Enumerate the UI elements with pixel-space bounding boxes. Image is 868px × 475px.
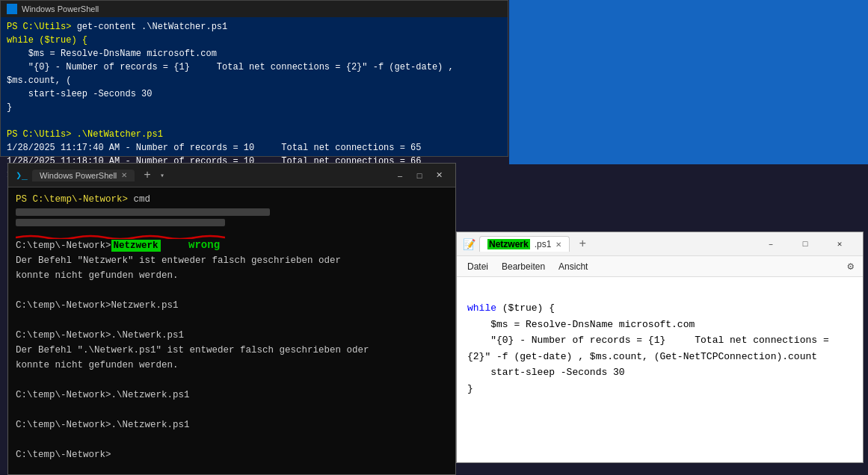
notepad-maximize-button[interactable]: □ [788, 232, 822, 256]
ps-tab-add[interactable]: + [139, 169, 156, 182]
ps2-netzwerk-line: C:\temp\-Network>Netzwerk wrong [16, 237, 448, 253]
notepad-tab-highlight: Netzwerk [487, 239, 530, 249]
ps2-error-4: konnte nicht gefunden werden. [16, 358, 448, 373]
powershell-window-2: ❯_ Windows PowerShell ✕ + ▾ – □ ✕ PS C:\… [7, 163, 456, 475]
notepad-win-controls: – □ ✕ [754, 232, 857, 256]
notepad-add-tab-button[interactable]: + [574, 238, 591, 251]
ps-tab-chevron[interactable]: ▾ [160, 171, 164, 180]
ps2-win-controls: – □ ✕ [391, 167, 448, 184]
ps2-netzwerk-ps1-1: C:\temp\-Network>.\Netzwerk.ps1 [16, 388, 448, 403]
ps2-blank-2 [16, 313, 448, 328]
notepad-minimize-button[interactable]: – [754, 232, 788, 256]
ps-icon-2: ❯_ [16, 170, 28, 181]
background-blue-area [509, 0, 868, 164]
ps1-line-7: PS C:\Utils> .\NetWatcher.ps1 [7, 128, 502, 141]
notepad-menu-ansicht[interactable]: Ansicht [552, 259, 594, 274]
ps1-line-1: PS C:\Utils> get-content .\NetWatcher.ps… [7, 20, 502, 34]
notepad-menubar: Datei Bearbeiten Ansicht ⚙ [457, 256, 863, 277]
np-line-5: start-sleep -Seconds 30 [467, 364, 852, 380]
ps2-minimize-button[interactable]: – [391, 167, 409, 184]
notepad-icon: 📝 [463, 238, 475, 250]
ps1-line-6: } [7, 101, 502, 114]
notepad-close-button[interactable]: ✕ [822, 232, 857, 256]
ps1-line-4: "{0} - Number of records = {1} Total net… [7, 60, 502, 87]
ps-tab-label: Windows PowerShell [40, 171, 117, 180]
np-line-1: while ($true) { [467, 300, 852, 316]
notepad-tab-close[interactable]: ✕ [555, 240, 561, 249]
np-line-3: "{0} - Number of records = {1} Total net… [467, 332, 852, 348]
ps2-maximize-button[interactable]: □ [410, 167, 428, 184]
ps2-blank-4 [16, 403, 448, 417]
ps2-netzwerk-ps1-2: C:\temp\-Network>.\Netzwerk.ps1 [16, 417, 448, 432]
np-line-2: $ms = Resolve-DnsName microsoft.com [467, 317, 852, 332]
notepad-window: 📝 Netzwerk.ps1 ✕ + – □ ✕ Datei Bearbeite… [456, 232, 864, 463]
ps2-red-annotation [16, 229, 448, 234]
notepad-tab-suffix: .ps1 [535, 239, 552, 249]
np-line-6: } [467, 381, 852, 397]
ps-content-1: PS C:\Utils> get-content .\NetWatcher.ps… [1, 17, 508, 184]
ps2-blurred-area [16, 208, 448, 219]
ps1-line-5: start-sleep -Seconds 30 [7, 87, 502, 101]
ps2-blurred-area-2 [16, 219, 448, 229]
notepad-editor-content[interactable]: while ($true) { $ms = Resolve-DnsName mi… [457, 277, 863, 404]
ps2-line-1: PS C:\temp\-Network> cmd [16, 192, 448, 207]
powershell-window-1: Windows PowerShell PS C:\Utils> get-cont… [0, 0, 508, 157]
ps2-error-2: konnte nicht gefunden werden. [16, 268, 448, 283]
ps1-blank [7, 114, 502, 128]
notepad-titlebar: 📝 Netzwerk.ps1 ✕ + – □ ✕ [457, 232, 863, 256]
ps-tab-active[interactable]: Windows PowerShell ✕ [32, 170, 135, 181]
wrong-label: wrong [188, 239, 220, 251]
np-line-4: {2}" -f (get-date) , $ms.count, (Get-Net… [467, 349, 852, 364]
ps2-netwerk-ps1: C:\temp\-Network>.\Netwerk.ps1 [16, 328, 448, 343]
notepad-menu-bearbeiten[interactable]: Bearbeiten [496, 259, 551, 274]
notepad-menu-datei[interactable]: Datei [461, 259, 494, 274]
ps2-content: PS C:\temp\-Network> cmd C:\temp\-Networ… [8, 187, 455, 467]
ps2-blank-5 [16, 432, 448, 447]
ps2-line-netzwerk-ps1: C:\temp\-Network>Netzwerk.ps1 [16, 298, 448, 313]
netzwerk-highlight: Netzwerk [111, 240, 161, 252]
notepad-settings-icon[interactable]: ⚙ [843, 258, 858, 275]
ps2-close-button[interactable]: ✕ [430, 167, 448, 184]
ps-titlebar-2: ❯_ Windows PowerShell ✕ + ▾ – □ ✕ [8, 164, 455, 187]
ps-tab-close[interactable]: ✕ [121, 171, 127, 179]
ps1-line-2: while ($true) { [7, 34, 502, 47]
ps2-error-3: Der Befehl ".\Netwerk.ps1" ist entweder … [16, 343, 448, 358]
ps2-error-1: Der Befehl "Netzwerk" ist entweder falsc… [16, 253, 448, 268]
ps1-line-8: 1/28/2025 11:17:40 AM - Number of record… [7, 141, 502, 155]
notepad-tab-active[interactable]: Netzwerk.ps1 ✕ [479, 236, 570, 252]
ps1-line-3: $ms = Resolve-DnsName microsoft.com [7, 47, 502, 60]
ps-title-1: Windows PowerShell [22, 4, 99, 13]
ps2-prompt-end: C:\temp\-Network> [16, 447, 448, 462]
ps2-blank-1 [16, 283, 448, 298]
np-blank [467, 285, 852, 300]
ps2-blank-3 [16, 373, 448, 388]
ps-titlebar-1: Windows PowerShell [1, 1, 508, 17]
ps-icon-1 [7, 4, 17, 14]
